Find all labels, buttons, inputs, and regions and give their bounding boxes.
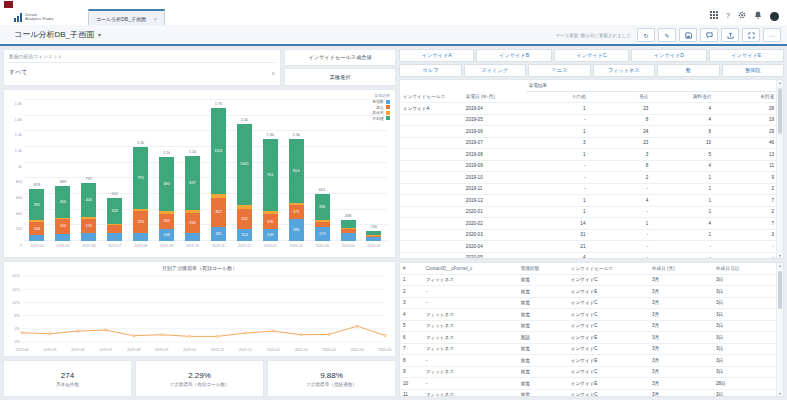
scroll-down-icon[interactable]: ▾ xyxy=(777,391,783,396)
bar[interactable]: 2682020-04 xyxy=(341,102,356,241)
table-row[interactable]: 2020-054--- xyxy=(400,252,777,259)
page-title[interactable]: コール分析DB_子画面 ▾ xyxy=(14,29,101,40)
bar[interactable]: 10452541541.5k2019-12 xyxy=(237,102,252,241)
bar[interactable]: 3361736012020-03 xyxy=(315,102,330,241)
bar[interactable]: 11053671851.7k2019-11 xyxy=(211,102,226,241)
table-row[interactable]: 2019-05-8419 xyxy=(400,114,777,126)
data-point[interactable] xyxy=(133,335,135,337)
table-row[interactable]: 5フィットネス前進インサイドC3月3日 xyxy=(400,320,777,332)
table-row[interactable]: インサイドA2019-04123428 xyxy=(400,103,777,115)
bar[interactable]: 9111961491.3k2020-01 xyxy=(263,102,278,241)
filter-dropdown[interactable]: すべて ∨ xyxy=(9,63,275,77)
table-row[interactable]: 10-前進インサイドE3月28日 xyxy=(400,378,777,390)
table-row[interactable]: 8-前進インサイドE3月3日 xyxy=(400,355,777,367)
table-row[interactable]: 3-前進インサイドC3月3日 xyxy=(400,297,777,309)
data-point[interactable] xyxy=(105,329,107,331)
table-row[interactable]: 2019-073231046 xyxy=(400,137,777,149)
table-row[interactable]: 4フィットネス前進インサイドC3月3日 xyxy=(400,309,777,321)
scroll-up-icon[interactable]: ▴ xyxy=(777,263,783,268)
bar[interactable]: 4431767472019-06 xyxy=(81,102,96,241)
kpi-card[interactable]: 2.29%アポ獲得率（有効コール数） xyxy=(135,360,264,397)
bell-icon[interactable] xyxy=(754,11,762,21)
agent-button[interactable]: インサイドB xyxy=(476,49,551,62)
bar[interactable]: 4001906992019-05 xyxy=(55,102,70,241)
bar[interactable]: 3951646592019-04 xyxy=(29,102,44,241)
table-row[interactable]: 2019-06124829 xyxy=(400,126,777,138)
table-row[interactable]: 2020-011-12 xyxy=(400,206,777,218)
table-header-cell[interactable]: その他 xyxy=(526,91,589,103)
data-point[interactable] xyxy=(77,330,79,332)
bar[interactable]: 1302020-05 xyxy=(366,102,381,241)
data-point[interactable] xyxy=(272,330,274,332)
kpi-card[interactable]: 9.88%アポ獲得率（接続通数） xyxy=(267,360,396,397)
data-point[interactable] xyxy=(188,335,190,337)
table1-scrollbar[interactable]: ▴ ▾ xyxy=(776,80,783,258)
table-header-cell[interactable]: 作成日 (日) xyxy=(713,263,777,274)
fullscreen-button[interactable] xyxy=(742,28,760,42)
table-header-cell[interactable]: 見込 xyxy=(588,91,651,103)
table-header-cell[interactable]: 管理段階 xyxy=(518,263,568,274)
data-point[interactable] xyxy=(300,334,302,336)
table-row[interactable]: 2019-121417 xyxy=(400,195,777,207)
table-row[interactable]: 11フィットネス前進インサイドC3月3日 xyxy=(400,389,777,397)
data-point[interactable] xyxy=(21,332,23,334)
table-row[interactable]: 2020-0421--- xyxy=(400,241,777,253)
data-point[interactable] xyxy=(49,333,51,335)
table-row[interactable]: 2019-10-219 xyxy=(400,172,777,184)
table-header-cell[interactable]: インサイドセールス xyxy=(400,91,463,103)
agent-button[interactable]: インサイドE xyxy=(709,49,784,62)
industry-button[interactable]: フィットネス xyxy=(593,64,656,77)
table-header-cell[interactable]: 未到達 xyxy=(714,91,777,103)
more-button[interactable]: ⋯ xyxy=(763,28,781,42)
table-row[interactable]: 6フィットネス面談インサイドE3月3日 xyxy=(400,332,777,344)
industry-button[interactable]: スイミング xyxy=(464,64,527,77)
bar[interactable]: 7952901.2k2019-08 xyxy=(133,102,148,241)
industry-button[interactable]: ゴルフ xyxy=(399,64,462,77)
table-row[interactable]: 2019-0813513 xyxy=(400,149,777,161)
kpi-card[interactable]: 274具体化件数 xyxy=(3,360,132,397)
bar[interactable]: 6902031481.1k2019-09 xyxy=(159,102,174,241)
table-row[interactable]: 7フィットネス前進インサイドC3月3日 xyxy=(400,343,777,355)
chevron-down-icon[interactable]: ▾ xyxy=(98,31,101,38)
table-header-cell[interactable]: # xyxy=(400,263,423,274)
table2-scrollbar[interactable]: ▴ ▾ xyxy=(776,263,783,396)
tab-close-icon[interactable]: × xyxy=(154,16,157,22)
save-button[interactable] xyxy=(679,28,697,42)
gear-icon[interactable] xyxy=(738,11,746,21)
agent-button[interactable]: インサイドA xyxy=(399,49,474,62)
industry-button[interactable]: 整体院 xyxy=(722,64,785,77)
help-icon[interactable]: ? xyxy=(726,12,730,20)
table-row[interactable]: 2-前進インサイドE3月3日 xyxy=(400,286,777,298)
panel-industry-select[interactable]: 業種選択 xyxy=(284,68,396,86)
industry-button[interactable]: テニス xyxy=(528,64,591,77)
table-header-cell[interactable]: ContactID__cFunnel_c xyxy=(423,263,518,274)
export-button[interactable] xyxy=(721,28,739,42)
scroll-thumb[interactable] xyxy=(778,88,782,134)
table-row[interactable]: 1フィットネス前進インサイドC3月3日 xyxy=(400,274,777,286)
table-header-cell[interactable]: 作成日 (月) xyxy=(649,263,713,274)
refresh-button[interactable]: ↻ xyxy=(637,28,655,42)
data-point[interactable] xyxy=(244,332,246,334)
data-point[interactable] xyxy=(384,334,386,336)
panel-insidesales-summary[interactable]: インサイドセールス成合値 xyxy=(284,49,396,66)
comment-button[interactable] xyxy=(700,28,718,42)
table-row[interactable]: 2020-0331-13 xyxy=(400,229,777,241)
legend-item[interactable]: 不到達 xyxy=(372,116,390,122)
table-row[interactable]: 2019-09-8411 xyxy=(400,160,777,172)
agent-button[interactable]: インサイドD xyxy=(631,49,706,62)
data-point[interactable] xyxy=(161,334,163,336)
bar[interactable]: 6972561.1k2019-10 xyxy=(185,102,200,241)
data-point[interactable] xyxy=(216,335,218,337)
table-header-cell[interactable]: 資料送付 xyxy=(651,91,714,103)
bar[interactable]: 3295522019-07 xyxy=(107,102,122,241)
table-header-cell[interactable]: 架電日 (年-月) xyxy=(463,91,526,103)
scroll-down-icon[interactable]: ▾ xyxy=(777,253,783,258)
scroll-thumb[interactable] xyxy=(778,271,782,309)
agent-button[interactable]: インサイドC xyxy=(554,49,629,62)
grid-icon[interactable] xyxy=(710,11,718,21)
table-row[interactable]: 2020-0214147 xyxy=(400,218,777,230)
data-point[interactable] xyxy=(356,325,358,327)
table-header-cell[interactable]: インサイドセールス xyxy=(568,263,649,274)
scroll-up-icon[interactable]: ▴ xyxy=(777,80,783,85)
table-row[interactable]: 9フィットネス前進インサイドC3月3日 xyxy=(400,366,777,378)
